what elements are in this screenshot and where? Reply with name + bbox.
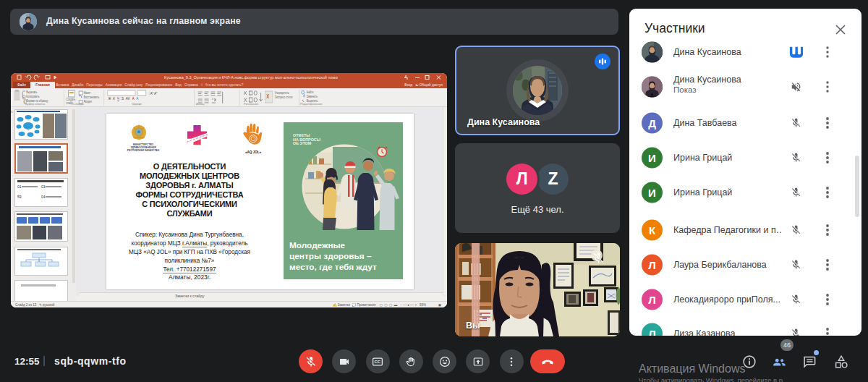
svg-text:S: S xyxy=(122,96,124,101)
svg-text:Aˆ Aˇ: Aˆ Aˇ xyxy=(150,90,158,96)
svg-text:Вырезать: Вырезать xyxy=(26,90,37,94)
svg-text:Восстановить: Восстановить xyxy=(84,95,100,99)
svg-text:Ж: Ж xyxy=(109,96,111,101)
svg-text:A: A xyxy=(132,96,135,101)
svg-text:CC: CC xyxy=(374,360,380,364)
svg-text:Найти: Найти xyxy=(307,90,314,94)
svg-text:Макет: Макет xyxy=(84,90,91,95)
svg-text:Копировать: Копировать xyxy=(26,94,39,98)
svg-text:Заменить: Заменить xyxy=(307,94,318,98)
svg-text:Ч: Ч xyxy=(117,96,119,101)
svg-text:AV: AV xyxy=(126,96,130,101)
svg-text:Упорядочить: Упорядочить xyxy=(275,90,289,95)
svg-text:К: К xyxy=(113,96,115,101)
svg-text:Экспресс-стили: Экспресс-стили xyxy=(275,95,293,99)
svg-text:A: A xyxy=(137,96,139,101)
